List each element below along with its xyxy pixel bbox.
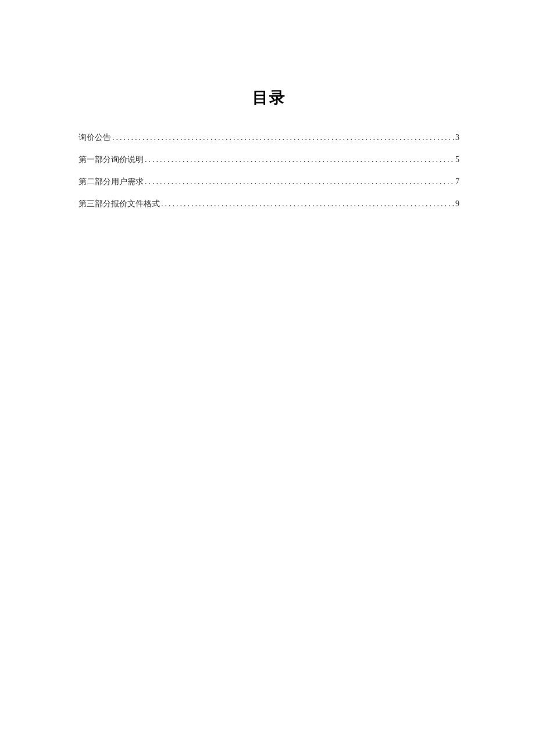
- toc-entry-label: 询价公告: [79, 132, 111, 143]
- toc-entry: 第二部分用户需求 7: [79, 177, 459, 187]
- toc-entry-page: 7: [455, 177, 459, 187]
- toc-dots: [144, 155, 455, 164]
- toc-entry-label: 第二部分用户需求: [79, 177, 144, 187]
- toc-dots: [160, 199, 455, 209]
- toc-entries: 询价公告 3 第一部分询价说明 5 第二部分用户需求 7 第三部分报价文件格式 …: [79, 132, 459, 209]
- toc-entry: 第一部分询价说明 5: [79, 155, 459, 165]
- toc-entry: 第三部分报价文件格式 9: [79, 199, 459, 209]
- page-container: 目录 询价公告 3 第一部分询价说明 5 第二部分用户需求 7 第三部分报价文件…: [0, 0, 535, 267]
- toc-title: 目录: [79, 87, 459, 108]
- toc-entry-page: 9: [455, 199, 459, 209]
- toc-entry-page: 5: [455, 155, 459, 164]
- toc-entry: 询价公告 3: [79, 132, 459, 143]
- toc-dots: [111, 133, 455, 142]
- toc-entry-page: 3: [455, 133, 459, 142]
- toc-entry-label: 第三部分报价文件格式: [79, 199, 160, 209]
- toc-dots: [144, 177, 455, 187]
- toc-entry-label: 第一部分询价说明: [79, 155, 144, 165]
